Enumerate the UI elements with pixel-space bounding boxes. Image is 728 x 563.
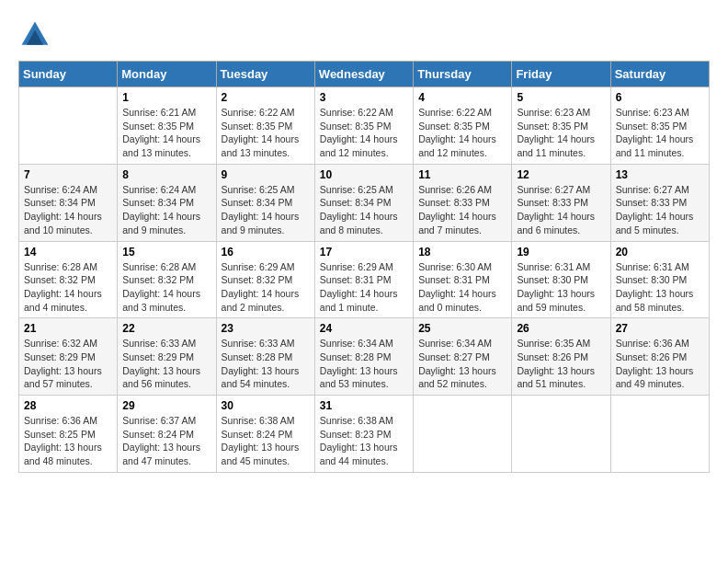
calendar-day-cell: 10Sunrise: 6:25 AMSunset: 8:34 PMDayligh…: [314, 164, 413, 241]
day-info: Sunrise: 6:33 AMSunset: 8:29 PMDaylight:…: [122, 337, 210, 391]
day-number: 26: [517, 322, 605, 335]
day-info: Sunrise: 6:22 AMSunset: 8:35 PMDaylight:…: [222, 106, 310, 160]
day-number: 15: [122, 246, 210, 259]
day-number: 31: [320, 399, 408, 412]
day-info: Sunrise: 6:22 AMSunset: 8:35 PMDaylight:…: [320, 106, 408, 160]
day-number: 28: [24, 399, 112, 412]
calendar-day-cell: 8Sunrise: 6:24 AMSunset: 8:34 PMDaylight…: [118, 164, 216, 241]
day-number: 5: [517, 91, 605, 104]
day-info: Sunrise: 6:31 AMSunset: 8:30 PMDaylight:…: [616, 260, 704, 315]
calendar-day-cell: 13Sunrise: 6:27 AMSunset: 8:33 PMDayligh…: [610, 164, 709, 241]
day-info: Sunrise: 6:21 AMSunset: 8:35 PMDaylight:…: [122, 106, 210, 160]
day-info: Sunrise: 6:38 AMSunset: 8:23 PMDaylight:…: [320, 414, 408, 468]
day-number: 13: [616, 168, 704, 181]
calendar-day-cell: 23Sunrise: 6:33 AMSunset: 8:28 PMDayligh…: [216, 318, 314, 396]
day-number: 16: [222, 246, 310, 259]
day-info: Sunrise: 6:23 AMSunset: 8:35 PMDaylight:…: [616, 106, 704, 160]
day-info: Sunrise: 6:27 AMSunset: 8:33 PMDaylight:…: [616, 183, 704, 237]
calendar-day-cell: 17Sunrise: 6:29 AMSunset: 8:31 PMDayligh…: [314, 241, 413, 318]
day-number: 9: [222, 168, 310, 181]
header-row: SundayMondayTuesdayWednesdayThursdayFrid…: [19, 62, 710, 87]
day-info: Sunrise: 6:24 AMSunset: 8:34 PMDaylight:…: [122, 183, 210, 237]
day-of-week-header: Friday: [512, 62, 610, 87]
calendar-week-row: 7Sunrise: 6:24 AMSunset: 8:34 PMDaylight…: [19, 164, 710, 241]
calendar-week-row: 14Sunrise: 6:28 AMSunset: 8:32 PMDayligh…: [19, 241, 710, 318]
day-info: Sunrise: 6:34 AMSunset: 8:27 PMDaylight:…: [418, 337, 506, 391]
day-of-week-header: Monday: [118, 62, 216, 87]
logo: [18, 18, 57, 52]
day-number: 14: [24, 246, 112, 259]
day-number: 6: [616, 91, 704, 104]
calendar-day-cell: [414, 396, 512, 473]
day-of-week-header: Tuesday: [216, 62, 314, 87]
logo-icon: [18, 18, 51, 52]
day-info: Sunrise: 6:36 AMSunset: 8:25 PMDaylight:…: [24, 414, 112, 468]
day-info: Sunrise: 6:22 AMSunset: 8:35 PMDaylight:…: [418, 106, 506, 160]
day-number: 1: [122, 91, 210, 104]
calendar-day-cell: 29Sunrise: 6:37 AMSunset: 8:24 PMDayligh…: [118, 396, 216, 473]
day-number: 30: [222, 399, 310, 412]
day-number: 17: [320, 246, 408, 259]
calendar-day-cell: 3Sunrise: 6:22 AMSunset: 8:35 PMDaylight…: [314, 87, 413, 165]
day-number: 24: [320, 322, 408, 335]
calendar-day-cell: 6Sunrise: 6:23 AMSunset: 8:35 PMDaylight…: [610, 87, 709, 165]
day-number: 12: [517, 168, 605, 181]
calendar-day-cell: 12Sunrise: 6:27 AMSunset: 8:33 PMDayligh…: [512, 164, 610, 241]
calendar-day-cell: 24Sunrise: 6:34 AMSunset: 8:28 PMDayligh…: [314, 318, 413, 396]
calendar-week-row: 1Sunrise: 6:21 AMSunset: 8:35 PMDaylight…: [19, 87, 710, 165]
calendar-week-row: 21Sunrise: 6:32 AMSunset: 8:29 PMDayligh…: [19, 318, 710, 396]
day-number: 19: [517, 246, 605, 259]
day-info: Sunrise: 6:25 AMSunset: 8:34 PMDaylight:…: [320, 183, 408, 237]
day-number: 23: [222, 322, 310, 335]
calendar-day-cell: 25Sunrise: 6:34 AMSunset: 8:27 PMDayligh…: [414, 318, 512, 396]
calendar-day-cell: 19Sunrise: 6:31 AMSunset: 8:30 PMDayligh…: [512, 241, 610, 318]
day-info: Sunrise: 6:29 AMSunset: 8:31 PMDaylight:…: [320, 260, 408, 315]
day-info: Sunrise: 6:29 AMSunset: 8:32 PMDaylight:…: [222, 260, 310, 315]
calendar-table: SundayMondayTuesdayWednesdayThursdayFrid…: [18, 61, 710, 473]
calendar-day-cell: 30Sunrise: 6:38 AMSunset: 8:24 PMDayligh…: [216, 396, 314, 473]
day-info: Sunrise: 6:26 AMSunset: 8:33 PMDaylight:…: [418, 183, 506, 237]
day-number: 27: [616, 322, 704, 335]
calendar-day-cell: 15Sunrise: 6:28 AMSunset: 8:32 PMDayligh…: [118, 241, 216, 318]
day-number: 8: [122, 168, 210, 181]
calendar-day-cell: 16Sunrise: 6:29 AMSunset: 8:32 PMDayligh…: [216, 241, 314, 318]
calendar-day-cell: 20Sunrise: 6:31 AMSunset: 8:30 PMDayligh…: [610, 241, 709, 318]
day-number: 29: [122, 399, 210, 412]
day-number: 20: [616, 246, 704, 259]
day-info: Sunrise: 6:28 AMSunset: 8:32 PMDaylight:…: [122, 260, 210, 315]
day-number: 18: [418, 246, 506, 259]
calendar-day-cell: 4Sunrise: 6:22 AMSunset: 8:35 PMDaylight…: [414, 87, 512, 165]
day-info: Sunrise: 6:27 AMSunset: 8:33 PMDaylight:…: [517, 183, 605, 237]
day-info: Sunrise: 6:37 AMSunset: 8:24 PMDaylight:…: [122, 414, 210, 468]
day-number: 22: [122, 322, 210, 335]
calendar-day-cell: 27Sunrise: 6:36 AMSunset: 8:26 PMDayligh…: [610, 318, 709, 396]
day-info: Sunrise: 6:24 AMSunset: 8:34 PMDaylight:…: [24, 183, 112, 237]
calendar-day-cell: 14Sunrise: 6:28 AMSunset: 8:32 PMDayligh…: [19, 241, 118, 318]
day-number: 11: [418, 168, 506, 181]
day-info: Sunrise: 6:36 AMSunset: 8:26 PMDaylight:…: [616, 337, 704, 391]
calendar-day-cell: 21Sunrise: 6:32 AMSunset: 8:29 PMDayligh…: [19, 318, 118, 396]
calendar-week-row: 28Sunrise: 6:36 AMSunset: 8:25 PMDayligh…: [19, 396, 710, 473]
day-number: 3: [320, 91, 408, 104]
day-info: Sunrise: 6:23 AMSunset: 8:35 PMDaylight:…: [517, 106, 605, 160]
calendar-day-cell: 1Sunrise: 6:21 AMSunset: 8:35 PMDaylight…: [118, 87, 216, 165]
page-header: [18, 18, 710, 52]
day-number: 10: [320, 168, 408, 181]
day-info: Sunrise: 6:32 AMSunset: 8:29 PMDaylight:…: [24, 337, 112, 391]
calendar-day-cell: 26Sunrise: 6:35 AMSunset: 8:26 PMDayligh…: [512, 318, 610, 396]
day-number: 7: [24, 168, 112, 181]
day-of-week-header: Saturday: [610, 62, 709, 87]
calendar-day-cell: 11Sunrise: 6:26 AMSunset: 8:33 PMDayligh…: [414, 164, 512, 241]
day-info: Sunrise: 6:28 AMSunset: 8:32 PMDaylight:…: [24, 260, 112, 315]
calendar-day-cell: [610, 396, 709, 473]
calendar-day-cell: 5Sunrise: 6:23 AMSunset: 8:35 PMDaylight…: [512, 87, 610, 165]
calendar-day-cell: 31Sunrise: 6:38 AMSunset: 8:23 PMDayligh…: [314, 396, 413, 473]
day-info: Sunrise: 6:33 AMSunset: 8:28 PMDaylight:…: [222, 337, 310, 391]
calendar-day-cell: 9Sunrise: 6:25 AMSunset: 8:34 PMDaylight…: [216, 164, 314, 241]
calendar-day-cell: [19, 87, 118, 165]
day-info: Sunrise: 6:38 AMSunset: 8:24 PMDaylight:…: [222, 414, 310, 468]
calendar-day-cell: 28Sunrise: 6:36 AMSunset: 8:25 PMDayligh…: [19, 396, 118, 473]
day-info: Sunrise: 6:35 AMSunset: 8:26 PMDaylight:…: [517, 337, 605, 391]
day-of-week-header: Wednesday: [314, 62, 413, 87]
day-number: 2: [222, 91, 310, 104]
